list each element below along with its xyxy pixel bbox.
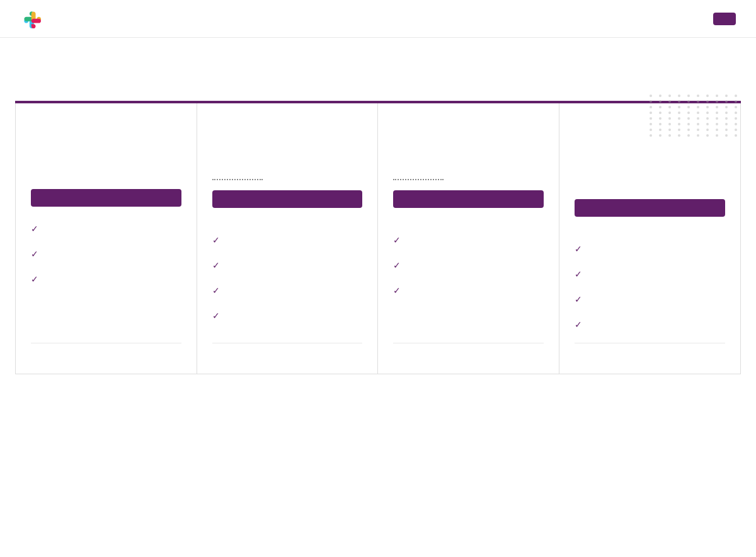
- get-started-nav-button[interactable]: [713, 13, 736, 25]
- plan-plus-desc: [393, 126, 544, 156]
- plan-free-desc: [31, 126, 181, 156]
- plan-standard-cta[interactable]: [212, 190, 363, 208]
- check-icon: ✓: [575, 293, 582, 306]
- navigation: [0, 0, 756, 38]
- slack-logo-icon: [20, 8, 43, 30]
- plan-plus-feature-1: ✓: [393, 233, 544, 247]
- plan-plus-learn-more: [393, 343, 544, 361]
- check-icon: ✓: [212, 309, 220, 323]
- plan-free-feature-1: ✓: [31, 222, 181, 236]
- plan-enterprise-feature-2: ✓: [575, 267, 726, 281]
- plan-free-price: [31, 166, 181, 176]
- check-icon: ✓: [393, 234, 401, 247]
- plan-enterprise-cta[interactable]: [575, 199, 726, 217]
- plan-enterprise-features: ✓ ✓ ✓ ✓: [575, 242, 726, 343]
- plan-free-learn-more: [31, 343, 181, 361]
- plan-standard-feature-4: ✓: [212, 309, 363, 323]
- plan-free: ✓ ✓ ✓: [16, 103, 197, 374]
- check-icon: ✓: [31, 248, 38, 261]
- plan-enterprise-price-spacer: [575, 166, 726, 199]
- plan-free-feature-3: ✓: [31, 272, 181, 286]
- check-icon: ✓: [212, 259, 220, 272]
- plan-free-unit: [32, 166, 35, 176]
- plan-plus-feature-2: ✓: [393, 258, 544, 272]
- check-icon: ✓: [212, 284, 220, 297]
- plan-free-cta[interactable]: [31, 189, 181, 207]
- check-icon: ✓: [31, 222, 38, 236]
- plan-plus-price: [393, 166, 544, 176]
- plan-standard-desc: [212, 126, 363, 156]
- plan-plus: ✓ ✓ ✓: [378, 103, 559, 374]
- plan-standard-learn-more: [212, 343, 363, 361]
- plan-free-feature-2: ✓: [31, 247, 181, 261]
- plan-plus-feature-3: ✓: [393, 284, 544, 297]
- plan-enterprise-desc: [575, 126, 726, 156]
- pricing-section: const dotsDiv = document.querySelector('…: [0, 101, 756, 399]
- plan-enterprise-feature-3: ✓: [575, 292, 726, 306]
- plan-enterprise-learn-more: [575, 343, 726, 361]
- check-icon: ✓: [575, 243, 582, 256]
- plan-standard-feature-1: ✓: [212, 233, 363, 247]
- check-icon: ✓: [212, 234, 220, 247]
- plan-enterprise-feature-4: ✓: [575, 318, 726, 331]
- plan-standard: ✓ ✓ ✓ ✓: [197, 103, 379, 374]
- check-icon: ✓: [575, 268, 582, 281]
- plan-standard-feature-2: ✓: [212, 258, 363, 272]
- check-icon: ✓: [575, 318, 582, 331]
- plan-standard-features: ✓ ✓ ✓ ✓: [212, 233, 363, 343]
- plan-enterprise: ✓ ✓ ✓ ✓: [559, 103, 741, 374]
- plan-plus-cta[interactable]: [393, 190, 544, 208]
- check-icon: ✓: [393, 284, 401, 297]
- check-icon: ✓: [31, 273, 38, 286]
- nav-actions: [703, 13, 736, 25]
- logo[interactable]: [20, 8, 48, 30]
- plan-plus-features: ✓ ✓ ✓: [393, 233, 544, 343]
- plan-standard-price: [212, 166, 363, 176]
- plan-enterprise-feature-1: ✓: [575, 242, 726, 256]
- plan-free-features: ✓ ✓ ✓: [31, 222, 181, 343]
- pricing-grid: ✓ ✓ ✓: [15, 103, 741, 374]
- check-icon: ✓: [393, 259, 401, 272]
- hero-section: [0, 38, 756, 101]
- price-dotted-line: [393, 179, 444, 180]
- plan-plus-unit: [394, 166, 397, 176]
- plan-standard-feature-3: ✓: [212, 284, 363, 297]
- price-dotted-line: [212, 179, 263, 180]
- plan-standard-unit: [214, 166, 216, 176]
